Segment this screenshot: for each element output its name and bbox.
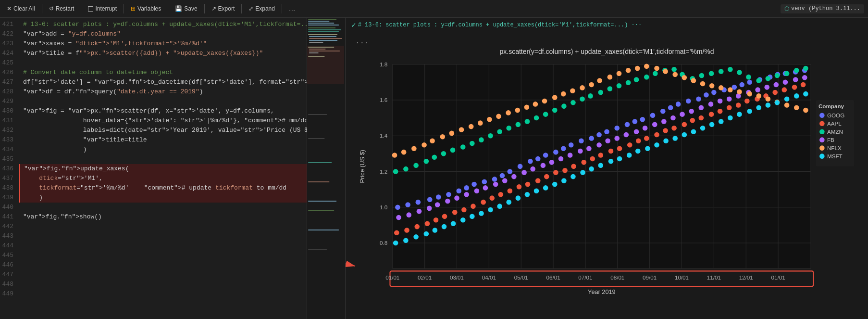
code-line-438: tickformat="str">'%m/%d' "comment"># upd…	[19, 183, 307, 193]
svg-point-152	[718, 109, 723, 114]
svg-point-257	[449, 131, 455, 136]
svg-point-141	[617, 146, 622, 151]
svg-point-162	[393, 169, 398, 174]
svg-rect-11	[309, 40, 337, 41]
svg-point-127	[489, 195, 495, 201]
svg-text:05/01: 05/01	[514, 274, 528, 281]
svg-point-189	[644, 75, 649, 80]
code-line-442	[19, 222, 307, 231]
svg-point-320	[617, 156, 622, 162]
code-panel: 4214224234244254264274284294304314324334…	[0, 18, 345, 319]
more-label: ...	[289, 4, 295, 13]
svg-point-300	[433, 228, 438, 233]
svg-rect-2	[308, 21, 329, 22]
code-line-432: labels=dict(date="str">'Year 2019', valu…	[19, 126, 307, 135]
svg-point-297	[403, 238, 409, 243]
svg-point-145	[654, 132, 659, 138]
more-button[interactable]: ...	[286, 3, 298, 14]
svg-point-72	[405, 202, 410, 207]
expand-button[interactable]: ⤢ Expand	[246, 4, 278, 13]
interrupt-button[interactable]: Interrupt	[85, 4, 120, 13]
svg-point-142	[627, 142, 632, 148]
svg-point-86	[535, 156, 541, 162]
svg-rect-21	[308, 162, 332, 163]
svg-point-291	[766, 96, 771, 102]
svg-point-299	[424, 231, 429, 237]
svg-point-197	[719, 69, 724, 74]
code-line-449	[19, 289, 307, 299]
svg-point-241	[718, 99, 723, 104]
svg-point-124	[461, 207, 467, 213]
svg-point-235	[661, 119, 667, 124]
svg-point-217	[493, 182, 498, 187]
svg-point-209	[417, 209, 422, 214]
svg-point-169	[460, 144, 466, 150]
variables-button[interactable]: ⊞ Variables	[128, 4, 164, 13]
svg-point-147	[671, 126, 677, 131]
svg-rect-15	[309, 49, 326, 50]
svg-point-184	[598, 90, 603, 95]
svg-point-231	[624, 132, 629, 138]
svg-point-288	[737, 89, 742, 95]
code-line-437: dtick="str">'M1',	[19, 174, 307, 183]
svg-point-324	[654, 142, 659, 148]
svg-point-104	[696, 96, 701, 102]
svg-point-343	[819, 113, 825, 118]
svg-rect-18	[308, 56, 325, 57]
code-line-446	[19, 260, 307, 270]
svg-rect-7	[308, 31, 339, 32]
svg-text:Price (US $): Price (US $)	[359, 150, 366, 183]
save-button[interactable]: 💾 Save	[172, 4, 200, 13]
restart-button[interactable]: ↺ Restart	[46, 4, 77, 13]
svg-point-261	[487, 117, 492, 122]
svg-point-225	[568, 153, 573, 158]
svg-point-82	[500, 173, 505, 179]
svg-point-161	[801, 82, 806, 88]
svg-point-134	[553, 170, 558, 175]
svg-rect-17	[309, 52, 319, 53]
clear-all-button[interactable]: ✕ Clear All	[4, 4, 38, 13]
svg-point-289	[747, 91, 752, 97]
svg-point-117	[394, 230, 399, 236]
svg-point-263	[506, 110, 511, 115]
code-line-425	[19, 58, 307, 68]
svg-point-272	[589, 82, 594, 88]
svg-point-201	[756, 78, 761, 83]
svg-point-229	[605, 138, 610, 143]
svg-point-296	[393, 241, 398, 246]
svg-point-90	[569, 142, 574, 148]
export-button[interactable]: ↗ Export	[209, 4, 238, 13]
svg-point-85	[528, 159, 533, 164]
svg-point-178	[543, 112, 548, 117]
svg-point-290	[756, 93, 761, 99]
svg-point-200	[746, 75, 751, 80]
svg-text:01/01: 01/01	[771, 274, 785, 281]
svg-point-165	[424, 159, 429, 164]
svg-point-160	[792, 85, 797, 90]
svg-point-137	[581, 160, 586, 165]
svg-point-97	[632, 119, 638, 124]
svg-point-305	[479, 211, 484, 216]
separator7	[282, 4, 282, 13]
svg-point-230	[614, 136, 620, 141]
toolbar: ✕ Clear All ↺ Restart Interrupt ⊞ Variab…	[0, 0, 868, 18]
svg-point-77	[456, 188, 461, 193]
svg-point-122	[442, 214, 447, 219]
code-line-429	[19, 97, 307, 106]
separator	[42, 4, 42, 13]
svg-point-277	[635, 66, 640, 71]
svg-point-212	[445, 199, 450, 204]
code-content[interactable]: # 13-6: scatter plots : y=df.columns + u…	[19, 18, 307, 319]
ellipsis-btn[interactable]: ...	[355, 37, 369, 46]
svg-point-143	[636, 138, 641, 143]
svg-point-203	[775, 73, 780, 78]
svg-point-345	[819, 121, 825, 126]
svg-point-315	[570, 174, 576, 179]
code-line-443	[19, 231, 307, 241]
svg-point-265	[524, 104, 530, 110]
svg-point-329	[700, 126, 706, 131]
clear-all-label: Clear All	[13, 5, 35, 12]
svg-point-302	[451, 221, 456, 226]
minimap	[307, 18, 345, 319]
check-icon: ✓	[351, 20, 356, 30]
